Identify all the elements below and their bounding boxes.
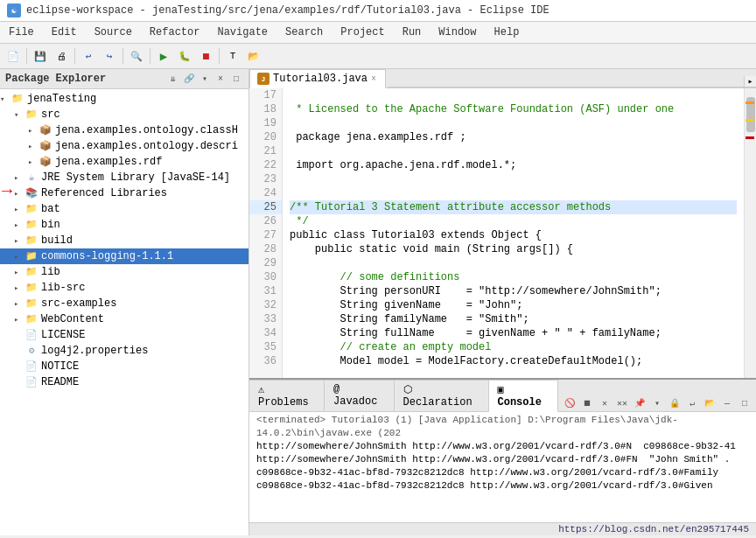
tree-item-pkg1[interactable]: 📦jena.examples.ontology.classH <box>0 122 248 138</box>
link-editor-btn[interactable]: 🔗 <box>182 72 196 86</box>
console-remove-btn[interactable]: ✕ <box>597 395 612 411</box>
status-text: https://blog.csdn.net/en295717445 <box>558 524 749 535</box>
tree-item-bat[interactable]: 📁bat <box>0 201 248 217</box>
bottom-tab-javadoc[interactable]: @ Javadoc <box>325 380 394 411</box>
menu-item-run[interactable]: Run <box>394 24 430 41</box>
menu-item-refactor[interactable]: Refactor <box>141 24 209 41</box>
tree-item-notice[interactable]: 📄NOTICE <box>0 359 248 374</box>
tree-label-readme: README <box>41 376 79 388</box>
search-btn[interactable]: 🔍 <box>127 46 146 66</box>
tab-close-btn[interactable]: × <box>371 74 376 84</box>
redo-btn[interactable]: ↪ <box>100 46 119 66</box>
console-options-btn[interactable]: ▾ <box>649 395 665 411</box>
code-line-27: public class Tutorial03 extends Object { <box>290 228 737 242</box>
tree-icon: 📁 <box>24 249 38 263</box>
tree-item-webcontent[interactable]: 📁WebContent <box>0 311 248 327</box>
tb-sep-1 <box>26 48 27 64</box>
panel-menu-btn[interactable]: ▾ <box>198 72 212 86</box>
menu-item-window[interactable]: Window <box>430 24 485 41</box>
save-btn[interactable]: 💾 <box>31 46 50 66</box>
open-file-btn[interactable]: 📂 <box>702 395 718 411</box>
panel-controls: ⇊ 🔗 ▾ × □ <box>166 72 243 86</box>
tree-icon: 📦 <box>38 139 52 153</box>
tree-item-bin[interactable]: 📁bin <box>0 217 248 233</box>
menu-item-source[interactable]: Source <box>86 24 141 41</box>
scroll-lock-btn[interactable]: 🔒 <box>667 395 682 411</box>
tree-item-libsrc[interactable]: 📁lib-src <box>0 280 248 296</box>
new-btn[interactable]: 📄 <box>4 46 23 66</box>
tree-item-src[interactable]: 📁src <box>0 107 248 122</box>
tree-item-pkg2[interactable]: 📦jena.examples.ontology.descri <box>0 138 248 154</box>
panel-maximize-btn[interactable]: □ <box>229 72 243 86</box>
tree-item-commons[interactable]: 📁commons-logging-1.1.1 <box>0 248 248 264</box>
tree-item-srcex[interactable]: 📁src-examples <box>0 296 248 311</box>
panel-close-btn[interactable]: × <box>214 72 228 86</box>
tree-item-log4j[interactable]: ⚙log4j2.properties <box>0 343 248 359</box>
tree-item-pkg3[interactable]: 📦jena.examples.rdf <box>0 154 248 170</box>
tree-arrow <box>14 283 24 293</box>
bottom-tabs-left: ⚠ Problems@ Javadoc⬡ Declaration▣ Consol… <box>249 380 558 411</box>
editor-scroll-right[interactable]: ▸ <box>744 76 756 87</box>
code-editor[interactable]: 1718192021222324252627282930313233343536… <box>249 88 756 378</box>
tree-label-pkg2: jena.examples.ontology.descri <box>55 140 238 152</box>
bottom-minimize-btn[interactable]: — <box>719 395 735 411</box>
code-line-24 <box>290 186 737 200</box>
bottom-tab-console[interactable]: ▣ Console <box>489 380 559 412</box>
tree-item-build[interactable]: 📁build <box>0 233 248 248</box>
tree-icon: 📁 <box>24 265 38 279</box>
line-num-35: 35 <box>249 340 282 354</box>
menu-item-help[interactable]: Help <box>486 24 528 41</box>
line-num-34: 34 <box>249 326 282 340</box>
menu-item-search[interactable]: Search <box>276 24 332 41</box>
line-num-27: 27 <box>249 228 282 242</box>
bottom-maximize-btn[interactable]: □ <box>737 395 752 411</box>
tree-label-build: build <box>41 234 73 247</box>
code-line-30: // some definitions <box>290 270 737 284</box>
menu-item-navigate[interactable]: Navigate <box>208 24 276 41</box>
console-remove-all-btn[interactable]: ✕✕ <box>614 395 630 411</box>
open-resource-btn[interactable]: 📂 <box>244 46 263 66</box>
tree-item-jenaTesting[interactable]: 📁jenaTesting <box>0 91 248 107</box>
line-num-21: 21 <box>249 144 282 158</box>
tb-sep-2 <box>74 48 75 64</box>
tree-item-lib[interactable]: 📁lib <box>0 264 248 280</box>
line-num-36: 36 <box>249 354 282 368</box>
debug-btn[interactable]: 🐛 <box>175 46 194 66</box>
tree-icon: 📚 <box>24 186 38 200</box>
code-line-31: String personURI = "http://somewhere/Joh… <box>290 284 737 298</box>
console-terminate-btn[interactable]: ⏹ <box>579 395 595 411</box>
undo-btn[interactable]: ↩ <box>79 46 98 66</box>
editor-tab-tutorial03[interactable]: J Tutorial03.java × <box>249 69 386 88</box>
print-btn[interactable]: 🖨 <box>52 46 71 66</box>
tree-label-notice: NOTICE <box>41 360 79 373</box>
tree-item-jre[interactable]: ☕JRE System Library [JavaSE-14] <box>0 170 248 185</box>
code-line-26: */ <box>290 214 737 228</box>
tb-sep-4 <box>150 48 150 64</box>
menu-item-edit[interactable]: Edit <box>43 24 86 41</box>
tree-arrow <box>28 157 38 167</box>
tree-item-license[interactable]: 📄LICENSE <box>0 327 248 343</box>
tree-arrow <box>14 173 24 183</box>
run-btn[interactable]: ▶ <box>154 46 173 66</box>
collapse-all-btn[interactable]: ⇊ <box>166 72 180 86</box>
code-content[interactable]: * Licensed to the Apache Software Founda… <box>283 88 744 378</box>
bottom-tab-declaration[interactable]: ⬡ Declaration <box>395 380 489 411</box>
bottom-tab-problems[interactable]: ⚠ Problems <box>249 380 325 411</box>
editor-scrollbar[interactable] <box>744 88 756 378</box>
tree-label-reflibs: Referenced Libraries <box>41 187 167 199</box>
word-wrap-btn[interactable]: ↵ <box>684 395 700 411</box>
console-clear-btn[interactable]: 🚫 <box>562 395 578 411</box>
menu-item-file[interactable]: File <box>0 24 43 41</box>
open-type-btn[interactable]: T <box>223 46 242 66</box>
scrollbar-marker-2 <box>746 119 754 122</box>
menu-item-project[interactable]: Project <box>332 24 393 41</box>
tree-arrow <box>14 268 24 277</box>
tree-item-reflibs[interactable]: 📚Referenced Libraries <box>0 185 248 201</box>
stop-btn[interactable]: ⏹ <box>196 46 215 66</box>
tree-label-webcontent: WebContent <box>41 313 104 325</box>
tree-arrow <box>14 299 24 309</box>
tree-icon: 📄 <box>24 360 38 374</box>
pin-console-btn[interactable]: 📌 <box>632 395 648 411</box>
code-line-17 <box>290 88 737 102</box>
tree-item-readme[interactable]: 📄README <box>0 374 248 390</box>
